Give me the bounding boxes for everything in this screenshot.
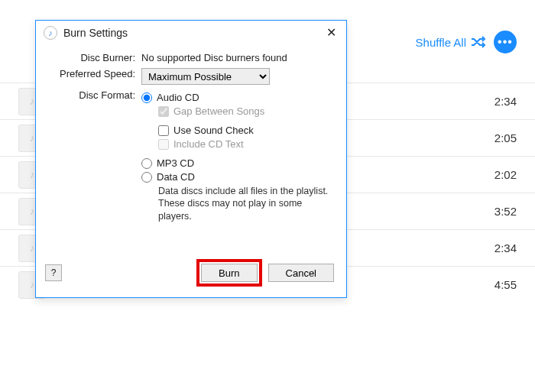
help-button[interactable]: ? [45,264,62,281]
disc-burner-value: No supported Disc burners found [141,52,331,63]
burn-settings-dialog: ♪ Burn Settings ✕ Disc Burner: No suppor… [35,20,347,298]
checkbox-cd-text-input[interactable] [158,139,169,150]
itunes-icon: ♪ [44,26,57,40]
radio-mp3-cd-label: MP3 CD [157,157,194,169]
help-icon: ? [51,267,57,278]
pref-speed-select[interactable]: Maximum Possible [141,68,270,85]
radio-data-cd[interactable]: Data CD [141,171,331,183]
checkbox-cd-text-label: Include CD Text [173,138,244,150]
track-duration: 2:02 [494,168,517,181]
checkbox-gap-label: Gap Between Songs [173,105,264,117]
burn-highlight: Burn [196,259,261,287]
close-button[interactable]: ✕ [320,25,342,40]
disc-format-label: Disc Format: [51,89,141,222]
dialog-titlebar: ♪ Burn Settings ✕ [36,21,346,44]
burn-button[interactable]: Burn [201,264,257,282]
disc-burner-label: Disc Burner: [51,52,141,63]
close-icon: ✕ [326,26,336,39]
cancel-button[interactable]: Cancel [268,264,334,282]
radio-mp3-cd-input[interactable] [141,158,152,169]
track-duration: 2:05 [494,131,517,144]
track-duration: 2:34 [494,241,517,254]
shuffle-all-label: Shuffle All [416,36,466,49]
dialog-title: Burn Settings [63,27,314,39]
checkbox-sound-check[interactable]: Use Sound Check [158,125,331,136]
radio-data-cd-input[interactable] [141,172,152,183]
ellipsis-icon: ••• [498,36,513,48]
checkbox-sound-check-label: Use Sound Check [173,125,254,136]
radio-mp3-cd[interactable]: MP3 CD [141,157,331,169]
track-duration: 2:34 [494,95,517,108]
checkbox-cd-text[interactable]: Include CD Text [158,138,331,150]
more-menu-button[interactable]: ••• [494,31,517,53]
radio-audio-cd-label: Audio CD [157,92,199,103]
data-cd-note-2: These discs may not play in some players… [158,197,331,222]
shuffle-icon [471,36,486,48]
radio-audio-cd-input[interactable] [141,92,152,103]
shuffle-all-button[interactable]: Shuffle All [416,36,486,49]
dialog-content: Disc Burner: No supported Disc burners f… [36,44,346,251]
track-duration: 4:55 [494,278,517,291]
data-cd-note-1: Data discs include all files in the play… [158,185,331,197]
checkbox-gap[interactable]: Gap Between Songs [158,105,331,117]
dialog-buttons: ? Burn Cancel [36,251,346,297]
radio-data-cd-label: Data CD [157,171,195,183]
checkbox-sound-check-input[interactable] [158,125,169,136]
track-duration: 3:52 [494,205,517,218]
pref-speed-label: Preferred Speed: [51,68,141,85]
checkbox-gap-input[interactable] [158,106,169,117]
radio-audio-cd[interactable]: Audio CD [141,92,331,103]
